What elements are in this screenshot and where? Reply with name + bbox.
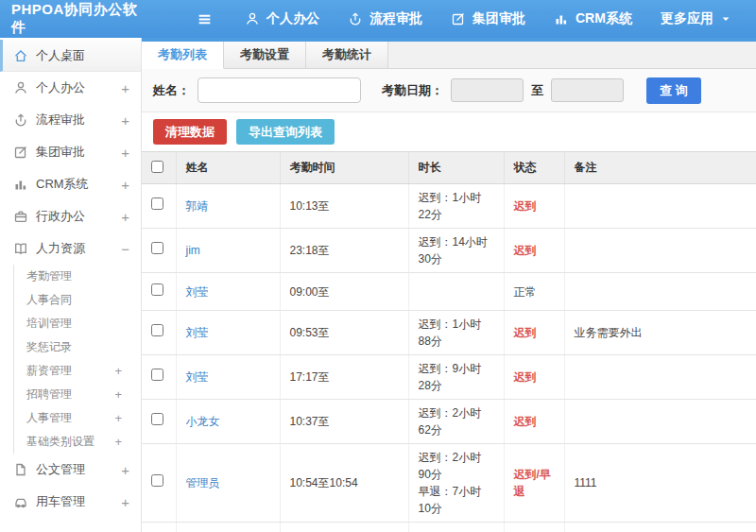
employee-name-link[interactable]: 小龙女 (186, 415, 220, 428)
date-label: 考勤日期： (382, 82, 443, 99)
sidebar-subitem[interactable]: 招聘管理+ (14, 383, 141, 406)
row-checkbox[interactable] (151, 413, 163, 425)
time-cell: 08:56至 (280, 523, 408, 532)
sidebar-subitem[interactable]: 培训管理 (14, 312, 141, 335)
sidebar-item-label: 公文管理 (36, 461, 85, 478)
sidebar-item[interactable]: 公文管理+ (0, 454, 141, 486)
sidebar-item[interactable]: 集团审批+ (0, 136, 141, 168)
sidebar-item[interactable]: 用车管理+ (0, 486, 141, 518)
row-checkbox[interactable] (151, 197, 163, 210)
hamburger-icon[interactable] (197, 11, 213, 27)
sidebar-subitem[interactable]: 人事管理+ (14, 406, 141, 430)
edit-icon (12, 145, 28, 160)
nav-item-label: 更多应用 (661, 10, 713, 27)
app-header: PHPOA协同办公软件 个人办公流程审批集团审批CRM系统更多应用 (0, 0, 756, 38)
nav-item[interactable]: CRM系统 (554, 10, 632, 27)
expand-plus-icon[interactable]: + (121, 112, 129, 129)
edit-icon (451, 11, 466, 26)
select-all-checkbox[interactable] (151, 161, 163, 173)
sidebar-item[interactable]: 行政办公+ (0, 200, 141, 232)
duration-line: 迟到：9小时28分 (419, 360, 494, 394)
expand-plus-icon[interactable]: + (114, 364, 122, 378)
status-cell: 正常 (504, 273, 564, 311)
sidebar-subitem-label: 培训管理 (26, 316, 72, 332)
sidebar-item[interactable]: CRM系统+ (0, 168, 141, 200)
sidebar-item[interactable]: 人力资源− (0, 232, 141, 265)
table-header: 姓名考勤时间时长状态备注 (142, 152, 756, 184)
date-to-input[interactable] (551, 78, 624, 102)
expand-plus-icon[interactable]: + (121, 145, 129, 161)
status-badge: 迟到 (514, 370, 537, 384)
nav-item[interactable]: 更多应用 (661, 10, 731, 27)
duration-cell: 迟到：1小时22分 (408, 184, 504, 229)
sidebar-subitem[interactable]: 人事合同 (14, 288, 141, 312)
nav-item-label: CRM系统 (576, 10, 632, 27)
sidebar-subitem[interactable]: 基础类别设置+ (14, 430, 141, 454)
clean-data-button[interactable]: 清理数据 (153, 119, 227, 145)
date-from-input[interactable] (451, 78, 524, 102)
employee-name-link[interactable]: jim (186, 244, 200, 257)
tab-item[interactable]: 考勤设置 (224, 42, 306, 68)
attendance-table: 姓名考勤时间时长状态备注 郭靖10:13至迟到：1小时22分迟到jim23:18… (142, 151, 756, 532)
expand-plus-icon[interactable]: + (114, 435, 122, 449)
employee-name-link[interactable]: 刘莹 (186, 285, 209, 299)
duration-cell: 迟到：9小时28分 (408, 355, 504, 400)
query-button[interactable]: 查 询 (646, 77, 701, 104)
sidebar-item[interactable]: 流程审批+ (0, 104, 141, 136)
name-input[interactable] (198, 77, 361, 103)
expand-plus-icon[interactable]: + (121, 80, 129, 96)
name-cell: 刘莹 (176, 311, 280, 355)
nav-item[interactable]: 集团审批 (451, 10, 525, 27)
status-badge: 迟到 (514, 415, 537, 428)
expand-plus-icon[interactable]: + (114, 411, 122, 425)
export-list-button[interactable]: 导出查询列表 (236, 119, 335, 145)
sidebar-item[interactable]: 个人办公+ (0, 72, 141, 104)
sidebar-subitem[interactable]: 薪资管理+ (14, 359, 141, 383)
expand-plus-icon[interactable]: + (121, 209, 129, 225)
row-checkbox-cell (142, 311, 176, 355)
nav-item[interactable]: 流程审批 (348, 10, 422, 27)
car-icon (12, 494, 28, 509)
sidebar-item-label: 个人办公 (36, 79, 85, 96)
time-cell: 23:18至 (280, 229, 408, 273)
row-checkbox[interactable] (151, 474, 163, 487)
employee-name-link[interactable]: 刘莹 (186, 326, 209, 339)
row-checkbox-cell (142, 184, 176, 229)
expand-plus-icon[interactable]: + (121, 494, 129, 510)
nav-item-label: 集团审批 (472, 10, 525, 27)
note-cell (564, 355, 756, 400)
note-cell (564, 400, 756, 444)
expand-plus-icon[interactable]: + (114, 387, 122, 402)
employee-name-link[interactable]: 郭靖 (186, 199, 209, 213)
employee-name-link[interactable]: 管理员 (186, 476, 220, 489)
table-row: 管理员10:54至10:54迟到：2小时90分早退：7小时10分迟到/早退111… (142, 444, 756, 523)
expand-plus-icon[interactable]: + (121, 177, 129, 193)
duration-line: 迟到：1小时22分 (419, 189, 494, 223)
sidebar-item[interactable]: 个人桌面 (0, 40, 141, 72)
status-cell: 迟到 (504, 355, 564, 400)
sidebar-subitem[interactable]: 奖惩记录 (14, 335, 141, 359)
note-cell (564, 523, 756, 532)
chart-icon (12, 177, 28, 192)
collapse-minus-icon[interactable]: − (121, 241, 129, 257)
expand-plus-icon[interactable]: + (121, 462, 129, 478)
row-checkbox[interactable] (151, 283, 163, 296)
status-cell: 迟到/早退 (504, 444, 564, 523)
book-icon (12, 241, 28, 256)
nav-item[interactable]: 个人办公 (245, 10, 319, 27)
table-header-row: 姓名考勤时间时长状态备注 (142, 152, 756, 184)
duration-cell: 迟到：1小时88分 (408, 311, 504, 355)
tab-item[interactable]: 考勤列表 (142, 42, 224, 69)
employee-name-link[interactable]: 刘莹 (186, 370, 209, 384)
tab-item[interactable]: 考勤统计 (306, 42, 388, 68)
row-checkbox[interactable] (151, 324, 163, 336)
row-checkbox[interactable] (151, 242, 163, 254)
duration-cell: 迟到：14小时30分 (408, 229, 504, 273)
status-badge: 迟到 (514, 244, 537, 257)
row-checkbox[interactable] (151, 369, 163, 381)
header-checkbox-cell (142, 152, 176, 184)
app-logo: PHPOA协同办公软件 (0, 1, 142, 37)
table-row: 郭靖10:13至迟到：1小时22分迟到 (142, 184, 756, 229)
sidebar-subitem[interactable]: 考勤管理 (14, 265, 141, 288)
name-cell: 郭靖 (176, 184, 280, 229)
